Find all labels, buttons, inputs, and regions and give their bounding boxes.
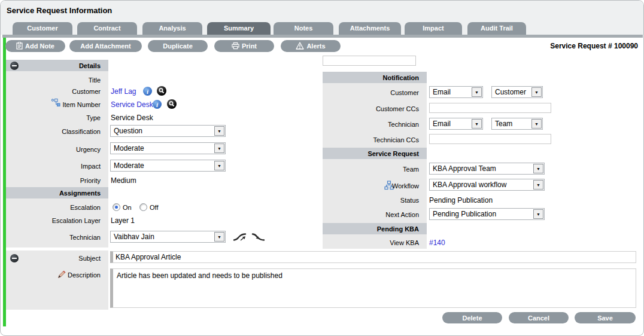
- view-kba-label: View KBA: [325, 239, 419, 246]
- subject-input[interactable]: [110, 251, 636, 263]
- priority-label: Priority: [7, 177, 101, 184]
- details-section-title: Details: [79, 62, 101, 69]
- item-number-link[interactable]: Service Desk: [111, 100, 153, 109]
- technician-method-value: Email: [430, 120, 472, 128]
- escalation-off-radio[interactable]: [139, 203, 147, 211]
- item-number-label: Item Number: [19, 101, 101, 108]
- duplicate-label: Duplicate: [163, 42, 193, 50]
- technician-ccs-input[interactable]: [429, 134, 551, 144]
- add-attachment-button[interactable]: Add Attachment: [69, 40, 142, 52]
- warning-triangle-icon: [296, 42, 304, 51]
- technician-method-select[interactable]: Email ▼: [429, 118, 483, 130]
- customer-link[interactable]: Jeff Lag: [111, 87, 136, 96]
- tab-attachments[interactable]: Attachments: [339, 22, 401, 35]
- print-button[interactable]: Print: [214, 40, 274, 52]
- customer-search-icon[interactable]: [157, 86, 166, 96]
- technician-target-select[interactable]: Team ▼: [491, 118, 543, 130]
- escalate-icon[interactable]: [233, 231, 248, 246]
- tab-impact[interactable]: Impact: [405, 22, 462, 35]
- customer-ccs-input[interactable]: [429, 103, 551, 113]
- cancel-button[interactable]: Cancel: [509, 312, 569, 323]
- type-label: Type: [7, 114, 101, 121]
- escalation-off-label: Off: [150, 204, 158, 211]
- tab-contract[interactable]: Contract: [77, 22, 137, 35]
- save-button[interactable]: Save: [575, 312, 636, 323]
- service-request-window: Service Request Information Customer Con…: [0, 0, 644, 336]
- view-kba-link[interactable]: #140: [429, 239, 445, 247]
- alerts-button[interactable]: Alerts: [281, 40, 341, 52]
- escalation-layer-value: Layer 1: [111, 216, 135, 225]
- duplicate-button[interactable]: Duplicate: [148, 40, 208, 52]
- next-action-select[interactable]: Pending Publication ▼: [429, 208, 545, 220]
- status-label: Status: [325, 197, 419, 204]
- escalation-on-radio[interactable]: [113, 203, 120, 211]
- chevron-down-icon: ▼: [472, 119, 482, 129]
- tab-strip-bar: [2, 35, 643, 38]
- customer-target-value: Customer: [492, 88, 531, 96]
- chevron-down-icon: ▼: [531, 87, 542, 97]
- customer-method-value: Email: [430, 88, 472, 96]
- tab-notes[interactable]: Notes: [274, 22, 333, 35]
- alerts-label: Alerts: [306, 42, 325, 50]
- tab-analysis[interactable]: Analysis: [142, 22, 202, 35]
- team-value: KBA Approval Team: [430, 164, 533, 173]
- technician-ccs-label: Technician CCs: [325, 136, 419, 143]
- pending-kba-section-header: Pending KBA: [323, 223, 427, 234]
- chevron-down-icon: ▼: [472, 87, 482, 97]
- chevron-down-icon: ▼: [214, 143, 224, 153]
- classification-value: Question: [111, 127, 214, 135]
- item-number-info-icon[interactable]: i: [153, 100, 162, 109]
- urgency-select[interactable]: Moderate ▼: [110, 142, 226, 154]
- note-icon: [16, 42, 23, 51]
- chevron-down-icon: ▼: [533, 164, 543, 173]
- urgency-value: Moderate: [111, 144, 214, 152]
- escalation-label: Escalation: [7, 204, 101, 211]
- unlabeled-top-input[interactable]: [323, 56, 416, 66]
- technician-target-value: Team: [492, 120, 531, 128]
- description-textarea[interactable]: Article has been updated and needs to be…: [110, 268, 636, 308]
- notification-panel: [323, 72, 427, 249]
- technician-select[interactable]: Vaibhav Jain ▼: [110, 231, 226, 243]
- printer-icon: [232, 42, 239, 51]
- impact-select[interactable]: Moderate ▼: [110, 160, 226, 172]
- chevron-down-icon: ▼: [533, 209, 543, 219]
- delete-label: Delete: [462, 314, 482, 322]
- team-label: Team: [325, 166, 419, 173]
- tab-summary[interactable]: Summary: [207, 22, 271, 35]
- pending-kba-section-title: Pending KBA: [377, 225, 419, 233]
- next-action-label: Next Action: [325, 211, 419, 218]
- customer-label: Customer: [7, 88, 101, 95]
- escalation-on-label: On: [123, 204, 132, 211]
- customer-ccs-label: Customer CCs: [325, 105, 419, 112]
- technician-value: Vaibhav Jain: [111, 233, 214, 241]
- item-number-search-icon[interactable]: [167, 99, 177, 109]
- urgency-label: Urgency: [7, 146, 101, 153]
- add-note-button[interactable]: Add Note: [5, 40, 65, 52]
- workflow-label: Workflow: [325, 182, 419, 190]
- chevron-down-icon: ▼: [214, 126, 224, 136]
- customer-method-select[interactable]: Email ▼: [429, 86, 483, 98]
- deescalate-icon[interactable]: [251, 231, 267, 246]
- tab-audit-trail[interactable]: Audit Trail: [467, 22, 526, 35]
- collapse-details-button[interactable]: [10, 62, 19, 70]
- notify-customer-label: Customer: [325, 89, 419, 96]
- customer-target-select[interactable]: Customer ▼: [491, 86, 543, 98]
- chevron-down-icon: ▼: [533, 180, 543, 190]
- notification-section-header: Notification: [323, 72, 427, 83]
- service-request-section-title: Service Request: [367, 150, 419, 157]
- priority-value: Medium: [111, 176, 136, 185]
- assignments-section-header: Assignments: [6, 187, 108, 198]
- classification-select[interactable]: Question ▼: [110, 125, 226, 137]
- delete-button[interactable]: Delete: [442, 312, 502, 323]
- team-select[interactable]: KBA Approval Team ▼: [429, 163, 545, 175]
- classification-label: Classification: [7, 128, 101, 135]
- tab-customer[interactable]: Customer: [13, 22, 72, 35]
- escalation-layer-label: Escalation Layer: [7, 217, 101, 224]
- service-request-section-header: Service Request: [323, 148, 427, 159]
- customer-info-icon[interactable]: i: [143, 87, 152, 96]
- chevron-down-icon: ▼: [531, 119, 542, 129]
- chevron-down-icon: ▼: [214, 232, 224, 242]
- workflow-select[interactable]: KBA Approval workflow ▼: [429, 179, 545, 191]
- impact-label: Impact: [7, 163, 101, 170]
- save-label: Save: [597, 314, 613, 322]
